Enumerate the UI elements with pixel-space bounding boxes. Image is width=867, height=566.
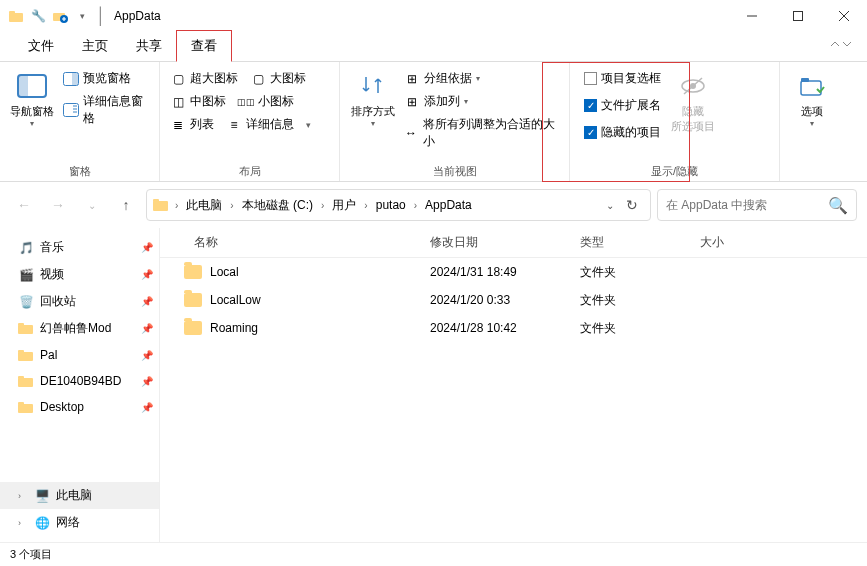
hidden-items-toggle[interactable]: ✓隐藏的项目 [584,124,661,141]
folder-icon [184,321,202,335]
window-title: AppData [114,9,161,23]
hide-selected-button[interactable]: 隐藏 所选项目 [669,70,717,134]
path-dropdown[interactable]: ⌄ [600,191,620,219]
quick-icon [18,399,34,415]
folder-icon [153,198,169,212]
quick-icon: 🎬 [18,267,34,283]
details-pane-button[interactable]: 详细信息窗格 [63,93,149,127]
quick-icon: 🗑️ [18,294,34,310]
add-columns-button[interactable]: ⊞添加列▾ [404,93,559,110]
minimize-button[interactable] [729,0,775,32]
search-input[interactable] [666,198,822,212]
col-size[interactable]: 大小 [700,234,724,251]
details-button[interactable]: ≡详细信息 [226,116,294,133]
tab-bar: 文件 主页 共享 查看 [0,32,867,62]
sidebar-item-quick[interactable]: Desktop📌 [0,394,159,420]
up-button[interactable]: ↑ [112,191,140,219]
breadcrumb[interactable]: › 此电脑› 本地磁盘 (C:)› 用户› putao› AppData ⌄ ↻ [146,189,651,221]
network-icon: 🌐 [34,515,50,531]
refresh-button[interactable]: ↻ [620,191,644,219]
sidebar-item-quick[interactable]: DE1040B94BD📌 [0,368,159,394]
separator: │ [96,7,106,25]
svg-rect-22 [18,352,33,361]
crumb-user[interactable]: putao [370,194,412,216]
svg-rect-25 [18,376,24,379]
sort-button[interactable]: 排序方式 ▾ [350,70,396,128]
pin-icon: 📌 [141,242,153,253]
fit-columns-button[interactable]: ↔将所有列调整为合适的大小 [404,116,559,150]
forward-button[interactable]: → [44,191,72,219]
group-button[interactable]: ⊞分组依据▾ [404,70,559,87]
svg-rect-17 [801,78,809,82]
crumb-pc[interactable]: 此电脑 [180,193,228,218]
large-icons-button[interactable]: ▢大图标 [250,70,306,87]
xl-icons-button[interactable]: ▢超大图标 [170,70,238,87]
crumb-appdata[interactable]: AppData [419,194,478,216]
status-bar: 3 个项目 [0,542,867,566]
svg-rect-9 [63,104,78,117]
svg-rect-0 [9,13,23,22]
tab-share[interactable]: 共享 [122,31,176,61]
svg-rect-20 [18,325,33,334]
preview-pane-button[interactable]: 预览窗格 [63,70,149,87]
sidebar-item-quick[interactable]: Pal📌 [0,342,159,368]
panes-group-label: 窗格 [10,164,149,179]
tab-view[interactable]: 查看 [176,30,232,62]
nav-pane-button[interactable]: 导航窗格 ▾ [10,70,55,128]
close-button[interactable] [821,0,867,32]
dropdown-icon[interactable]: ▾ [72,6,92,26]
sidebar-item-quick[interactable]: 🎬视频📌 [0,261,159,288]
showhide-group-label: 显示/隐藏 [580,164,769,179]
col-type[interactable]: 类型 [580,234,604,251]
crumb-drive[interactable]: 本地磁盘 (C:) [236,193,319,218]
svg-rect-16 [801,81,821,95]
col-date[interactable]: 修改日期 [430,234,478,251]
folder-icon [184,293,202,307]
quick-icon: 🎵 [18,240,34,256]
sidebar-item-network[interactable]: ›🌐网络 [0,509,159,536]
recent-dropdown[interactable]: ⌄ [78,191,106,219]
pin-icon: 📌 [141,269,153,280]
table-row[interactable]: LocalLow2024/1/20 0:33文件夹 [160,286,867,314]
ribbon-toggle[interactable] [829,38,853,50]
back-button[interactable]: ← [10,191,38,219]
status-text: 3 个项目 [10,547,52,562]
tab-file[interactable]: 文件 [14,31,68,61]
medium-icons-button[interactable]: ◫中图标 [170,93,226,110]
properties-icon[interactable]: 🔧 [28,6,48,26]
quick-icon [18,347,34,363]
svg-rect-26 [18,404,33,413]
new-folder-icon[interactable] [50,6,70,26]
tab-home[interactable]: 主页 [68,31,122,61]
folder-icon [184,265,202,279]
search-box[interactable]: 🔍 [657,189,857,221]
crumb-users[interactable]: 用户 [326,193,362,218]
search-icon: 🔍 [828,196,848,215]
list-button[interactable]: ≣列表 [170,116,214,133]
sidebar-item-quick[interactable]: 🗑️回收站📌 [0,288,159,315]
pin-icon: 📌 [141,323,153,334]
file-ext-toggle[interactable]: ✓文件扩展名 [584,97,661,114]
file-list: 名称 修改日期 类型 大小 Local2024/1/31 18:49文件夹Loc… [160,228,867,542]
sidebar-item-quick[interactable]: 幻兽帕鲁Mod📌 [0,315,159,342]
options-button[interactable]: 选项 ▾ [790,70,834,128]
table-row[interactable]: Local2024/1/31 18:49文件夹 [160,258,867,286]
pin-icon: 📌 [141,350,153,361]
table-row[interactable]: Roaming2024/1/28 10:42文件夹 [160,314,867,342]
svg-rect-4 [794,12,803,21]
ribbon: 导航窗格 ▾ 预览窗格 详细信息窗格 窗格 ▢超大图标 ▢大图标 ◫中图标 ◫◫ [0,62,867,182]
col-name[interactable]: 名称 [194,234,218,251]
quick-icon [18,373,34,389]
view-group-label: 当前视图 [350,164,559,179]
item-checkboxes-toggle[interactable]: 项目复选框 [584,70,661,87]
sidebar-item-quick[interactable]: 🎵音乐📌 [0,234,159,261]
svg-rect-8 [72,73,78,85]
svg-rect-6 [18,75,28,97]
layout-group-label: 布局 [170,164,329,179]
svg-rect-1 [9,11,15,14]
maximize-button[interactable] [775,0,821,32]
address-bar: ← → ⌄ ↑ › 此电脑› 本地磁盘 (C:)› 用户› putao› App… [0,182,867,228]
explorer-icon [6,6,26,26]
sidebar-item-pc[interactable]: ›🖥️此电脑 [0,482,159,509]
small-icons-button[interactable]: ◫◫小图标 [238,93,294,110]
